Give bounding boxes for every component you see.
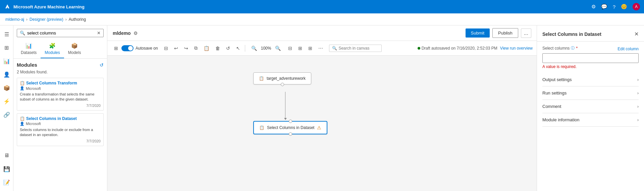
tab-modules-label: Modules	[45, 50, 60, 55]
search-box[interactable]: 🔍 ✕	[17, 29, 104, 37]
more-options-button[interactable]: ...	[521, 28, 531, 38]
canvas-header-row: mldemo ⚙ Submit Publish ...	[107, 25, 537, 41]
submit-button[interactable]: Submit	[466, 28, 490, 38]
sidebar-designer-icon[interactable]: 👤	[1, 68, 13, 80]
modules-tab-icon: 🧩	[49, 43, 56, 49]
tab-modules[interactable]: 🧩 Modules	[41, 40, 64, 58]
author-icon-2: 👤	[20, 122, 24, 126]
zoom-level: 100%	[261, 46, 271, 51]
module-card-1[interactable]: 📋 Select Columns Transform 👤 Microsoft C…	[17, 78, 104, 111]
node-dataset-icon: 📋	[259, 76, 264, 81]
tab-models-label: Models	[68, 50, 81, 55]
select-columns-input[interactable]	[542, 53, 639, 63]
search-canvas-input[interactable]	[338, 46, 379, 51]
chevron-run-icon: ›	[637, 91, 639, 96]
search-icon: 🔍	[20, 30, 25, 36]
breadcrumb-sep-1: ›	[26, 17, 28, 22]
settings-icon[interactable]: ⚙	[591, 4, 596, 10]
refresh-icon[interactable]: ↺	[100, 62, 104, 68]
account-circle-icon[interactable]: A	[633, 3, 640, 10]
zoom-out-btn[interactable]: ⊟	[285, 44, 295, 52]
paste-button[interactable]: 📋	[201, 44, 212, 52]
accordion-comment-header[interactable]: Comment ›	[542, 104, 639, 109]
sidebar-compute-icon[interactable]: 🖥	[1, 149, 13, 162]
module-card-1-author: 👤 Microsoft	[20, 86, 101, 90]
node-select-columns[interactable]: 📋 Select Columns in Dataset ⚠	[253, 121, 327, 134]
accordion-output-settings-header[interactable]: Output settings ›	[542, 77, 639, 82]
node-2-top-connector[interactable]	[289, 120, 292, 123]
sidebar-notes-icon[interactable]: 📝	[1, 176, 13, 188]
zoom-out-button[interactable]: 🔍	[249, 44, 260, 52]
autosave-toggle[interactable]: Autosave on	[121, 45, 158, 51]
node-2-label: Select Columns in Dataset	[267, 125, 314, 130]
user-icon[interactable]: 😊	[621, 4, 627, 10]
accordion-comment[interactable]: Comment ›	[542, 100, 639, 113]
author-icon-1: 👤	[20, 86, 24, 90]
autosave-switch[interactable]	[121, 45, 133, 51]
refresh-button[interactable]: ↺	[223, 44, 233, 52]
breadcrumb-item-1[interactable]: mldemo-aj	[5, 17, 24, 22]
canvas-content[interactable]: 📋 target_adventurework 📋 Select Columns …	[107, 56, 537, 191]
sidebar-models-icon[interactable]: 📦	[1, 82, 13, 94]
module-card-2-author: 👤 Microsoft	[20, 122, 101, 126]
edit-column-link[interactable]: Edit column	[618, 47, 639, 51]
warning-icon: ⚠	[317, 125, 321, 130]
main-layout: ☰ ⊞ 📊 👤 📦 ⚡ 🔗 🖥 💾 📝 🔍 ✕ 📊 Datasets 🧩 Mod…	[0, 25, 644, 191]
grid-button[interactable]: ⊞	[306, 44, 315, 52]
copy-button[interactable]: ⧉	[192, 44, 200, 52]
accordion-run-settings[interactable]: Run settings ›	[542, 86, 639, 100]
brand-logo: Microsoft Azure Machine Learning	[4, 3, 85, 10]
sidebar-menu-icon[interactable]: ☰	[1, 28, 13, 40]
right-panel-body: Select columns ⓘ * Edit column A value i…	[537, 42, 644, 191]
clear-search-icon[interactable]: ✕	[97, 30, 101, 36]
sidebar-datastores-icon[interactable]: 💾	[1, 163, 13, 175]
delete-button[interactable]: 🗑	[213, 44, 223, 52]
right-panel-header: Select Columns in Dataset ✕	[537, 25, 644, 42]
node-target-adventurework[interactable]: 📋 target_adventurework	[253, 72, 311, 84]
accordion-module-information[interactable]: Module information ›	[542, 113, 639, 127]
breadcrumb-sep-2: ›	[65, 17, 67, 22]
breadcrumb-item-2[interactable]: Designer (preview)	[30, 17, 63, 22]
breadcrumb: mldemo-aj › Designer (preview) › Authori…	[0, 13, 644, 25]
field-label: Select columns ⓘ *	[542, 46, 578, 51]
close-panel-icon[interactable]: ✕	[634, 31, 639, 37]
help-icon[interactable]: ?	[613, 4, 615, 10]
layout-button[interactable]: ⊟	[161, 44, 171, 52]
fit-button[interactable]: ⊞	[296, 44, 305, 52]
sidebar-endpoints-icon[interactable]: 🔗	[1, 109, 13, 121]
accordion-run-settings-header[interactable]: Run settings ›	[542, 90, 639, 96]
accordion-module-information-header[interactable]: Module information ›	[542, 117, 639, 122]
sidebar-pipelines-icon[interactable]: ⚡	[1, 95, 13, 107]
required-icon: ⓘ	[571, 46, 575, 51]
search-canvas[interactable]: 🔍	[329, 45, 382, 52]
required-asterisk: *	[576, 46, 578, 51]
node-2-bottom-connector[interactable]	[289, 132, 292, 136]
publish-button[interactable]: Publish	[492, 28, 518, 38]
connector-line	[285, 92, 285, 119]
search-canvas-icon: 🔍	[332, 46, 337, 51]
more-toolbar-button[interactable]: ⋯	[316, 44, 326, 52]
redo-button[interactable]: ↪	[181, 44, 191, 52]
canvas-settings-button[interactable]: ⚙	[133, 30, 138, 36]
sidebar-experiments-icon[interactable]: 📊	[1, 55, 13, 67]
modules-title: Modules	[17, 62, 37, 68]
pointer-button[interactable]: ↖	[233, 44, 243, 52]
view-run-link[interactable]: View run overview	[500, 46, 533, 51]
search-input[interactable]	[27, 30, 95, 36]
tabs-row: 📊 Datasets 🧩 Modules 📦 Models	[13, 40, 107, 59]
canvas-toolbar: ⊞ Autosave on ⊟ ↩ ↪ ⧉ 📋 🗑 ↺ ↖ 🔍 100% 🔍 ⊟…	[107, 41, 537, 56]
tab-models[interactable]: 📦 Models	[64, 40, 85, 58]
undo-button[interactable]: ↩	[171, 44, 181, 52]
sidebar-home-icon[interactable]: ⊞	[1, 42, 13, 54]
tab-datasets[interactable]: 📊 Datasets	[17, 40, 41, 58]
module-icon-1: 📋	[20, 81, 25, 85]
module-card-2-title: 📋 Select Columns in Dataset	[20, 116, 101, 121]
feedback-icon[interactable]: 💬	[601, 4, 607, 10]
fit-to-screen-button[interactable]: ⊞	[111, 44, 121, 52]
zoom-in-button[interactable]: 🔍	[272, 44, 283, 52]
module-card-2[interactable]: 📋 Select Columns in Dataset 👤 Microsoft …	[17, 113, 104, 146]
brand-name: Microsoft Azure Machine Learning	[13, 4, 85, 9]
left-panel: 🔍 ✕ 📊 Datasets 🧩 Modules 📦 Models Module…	[13, 25, 107, 191]
accordion-output-settings[interactable]: Output settings ›	[542, 73, 639, 86]
node-1-bottom-connector[interactable]	[281, 83, 284, 86]
